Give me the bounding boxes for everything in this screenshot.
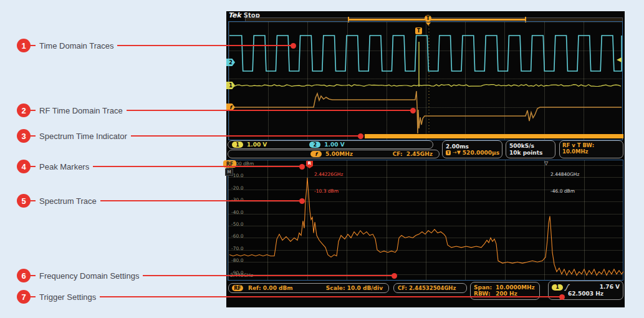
callout-leader-line: [131, 135, 358, 137]
trigger-frequency-readout: 62.5003 Hz: [568, 291, 603, 297]
callout-target-dot: [410, 108, 416, 113]
callout-target-dot: [299, 198, 305, 204]
rf-channel-badge: f: [310, 151, 322, 157]
rf-bandwidth-readout-box: RF v T BW: 10.0MHz: [559, 140, 623, 158]
callout-spectrum-time-indicator: 3 Spectrum Time Indicator: [17, 129, 363, 143]
callout-target-dot: [291, 43, 296, 49]
callout-connector: [31, 135, 36, 137]
reference-marker-level: -10.3 dBm: [314, 188, 343, 194]
callout-frequency-domain-settings: 6 Frequency Domain Settings: [17, 269, 397, 282]
callout-label: Frequency Domain Settings: [39, 271, 139, 281]
callout-label: RF Time Domain Trace: [39, 106, 123, 115]
callout-number-badge: 5: [17, 194, 31, 208]
reference-marker-frequency: 2.44226GHz: [314, 171, 343, 177]
ch1-trace: [229, 85, 621, 87]
callout-label: Spectrum Time Indicator: [39, 132, 127, 141]
callout-connector: [31, 45, 36, 46]
reference-marker-readout: 2.44226GHz -10.3 dBm: [314, 160, 343, 205]
callout-peak-markers: 4 Peak Markers: [17, 160, 305, 173]
cf-short-label: CF:: [393, 151, 403, 157]
peak-marker-frequency: 2.44840GHz: [550, 171, 579, 177]
trigger-delay-icon: T: [446, 150, 451, 155]
acquisition-readout-box: 500kS/s 10k points: [506, 140, 555, 158]
callout-time-domain-traces: 1 Time Domain Traces: [17, 39, 296, 52]
record-length-readout: 10k points: [509, 150, 542, 156]
trigger-source-badge: 1: [552, 284, 563, 291]
rf-vs-time-bw-readout: RF v T BW: 10.0MHz: [562, 142, 620, 155]
spectrum-graticule: 0.00 dBm-10.0-20.0-30.0-40.0-50.0-60.0-7…: [228, 160, 623, 281]
peak-marker-level: -46.0 dBm: [550, 188, 579, 194]
callout-label: Time Domain Traces: [39, 41, 113, 51]
spectrum-time-indicator-bar: [365, 134, 623, 138]
callout-number-badge: 1: [17, 39, 31, 52]
callout-connector: [31, 110, 36, 111]
callout-connector: [31, 296, 36, 297]
callout-label: Trigger Settings: [39, 292, 96, 302]
callout-target-dot: [358, 133, 363, 139]
rf-scale-readout: 5.00MHz: [325, 151, 353, 157]
delay-arrows-icon: →▼: [453, 150, 461, 155]
callout-connector: [31, 166, 36, 167]
callout-number-badge: 3: [17, 129, 31, 143]
callout-connector: [31, 275, 36, 276]
callout-target-dot: [299, 164, 305, 170]
callout-leader-line: [127, 110, 411, 111]
peak-marker-triangle-icon: ▽: [544, 160, 548, 166]
callout-leader-line: [93, 166, 300, 167]
callout-number-badge: 2: [17, 104, 31, 117]
trigger-level-arrow-icon: [617, 57, 622, 62]
sample-rate-readout: 500kS/s: [509, 143, 534, 149]
time-domain-traces: [226, 11, 625, 143]
callout-leader-line: [100, 200, 300, 201]
callout-rf-time-domain-trace: 2 RF Time Domain Trace: [17, 104, 416, 117]
callout-trigger-settings: 7 Trigger Settings: [17, 290, 565, 304]
callout-leader-line: [143, 275, 392, 276]
callout-number-badge: 4: [17, 160, 31, 173]
horizontal-scale-readout: 2.00ms: [446, 143, 469, 150]
trigger-level-readout: 1.76 V: [600, 284, 620, 290]
rising-edge-icon: ∫: [564, 284, 569, 291]
callout-leader-line: [117, 45, 291, 46]
annotated-scope-figure: 1 Time Domain Traces 2 RF Time Domain Tr…: [0, 0, 644, 318]
callout-number-badge: 7: [17, 290, 31, 304]
cf-short-value: 2.45GHz: [406, 151, 433, 157]
callout-connector: [31, 200, 36, 201]
callout-number-badge: 6: [17, 269, 31, 282]
callout-target-dot: [559, 294, 565, 300]
callout-target-dot: [392, 273, 397, 279]
horizontal-delay-readout: 520.0000µs: [463, 150, 499, 156]
horizontal-readout-box: 2.00ms T →▼ 520.0000µs: [442, 140, 502, 158]
callout-label: Peak Markers: [39, 162, 89, 171]
peak-marker-readout: 2.44840GHz -46.0 dBm: [550, 160, 579, 205]
callout-spectrum-trace: 5 Spectrum Trace: [17, 194, 305, 208]
callout-leader-line: [100, 296, 560, 297]
callout-label: Spectrum Trace: [39, 196, 97, 206]
trigger-position-icon: T: [425, 15, 431, 22]
rf-scale-readout-box: f 5.00MHz CF: 2.45GHz: [228, 150, 440, 158]
